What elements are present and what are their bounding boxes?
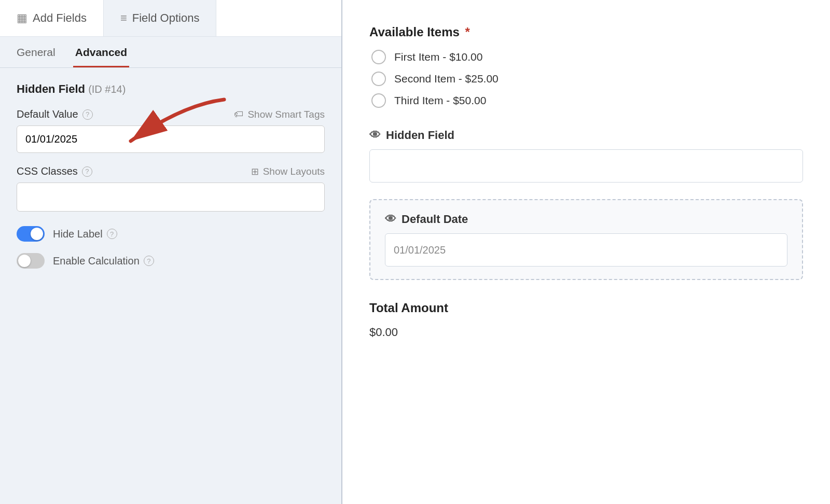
add-fields-icon: ▦: [17, 11, 27, 25]
default-value-container: [17, 125, 325, 165]
default-date-input[interactable]: [385, 233, 787, 267]
add-fields-label: Add Fields: [33, 11, 87, 25]
list-item: First Item - $10.00: [371, 50, 803, 64]
top-tab-bar: ▦ Add Fields ≡ Field Options: [0, 0, 341, 37]
tab-add-fields[interactable]: ▦ Add Fields: [0, 0, 104, 36]
first-item-label: First Item - $10.00: [394, 51, 482, 63]
panel-content: Hidden Field (ID #14) Default Value ? 🏷 …: [0, 68, 341, 504]
sub-tab-advanced[interactable]: Advanced: [73, 37, 129, 67]
default-date-section: 👁 Default Date: [369, 199, 803, 280]
default-date-icon: 👁: [385, 213, 396, 226]
field-options-icon: ≡: [120, 11, 127, 25]
enable-calc-toggle-row: Enable Calculation ?: [17, 253, 325, 269]
total-amount-section: Total Amount $0.00: [369, 301, 803, 339]
left-panel: ▦ Add Fields ≡ Field Options General Adv…: [0, 0, 342, 504]
enable-calc-help-icon[interactable]: ?: [144, 256, 154, 266]
default-value-help-icon[interactable]: ?: [82, 109, 93, 120]
required-star: *: [465, 25, 470, 39]
tab-field-options[interactable]: ≡ Field Options: [104, 0, 216, 36]
field-options-label: Field Options: [132, 11, 200, 25]
total-amount-value: $0.00: [369, 326, 803, 339]
css-classes-input[interactable]: [17, 183, 325, 212]
list-item: Third Item - $50.00: [371, 93, 803, 108]
hide-label-toggle-label: Hide Label ?: [53, 228, 117, 240]
enable-calc-toggle-label: Enable Calculation ?: [53, 255, 154, 267]
sub-tab-bar: General Advanced: [0, 37, 341, 68]
hidden-field-section: 👁 Hidden Field: [369, 129, 803, 183]
enable-calc-toggle[interactable]: [17, 253, 45, 269]
hide-label-toggle[interactable]: [17, 226, 45, 242]
smart-tag-icon: 🏷: [234, 109, 243, 120]
second-item-label: Second Item - $25.00: [394, 73, 499, 85]
available-items-title: Available Items *: [369, 25, 803, 39]
field-id: (ID #14): [88, 83, 126, 95]
default-value-input[interactable]: [17, 125, 325, 153]
css-classes-help-icon[interactable]: ?: [82, 166, 92, 177]
available-items-list: First Item - $10.00 Second Item - $25.00…: [369, 50, 803, 108]
right-panel: Available Items * First Item - $10.00 Se…: [342, 0, 830, 504]
general-label: General: [17, 46, 56, 58]
hidden-field-icon: 👁: [369, 129, 381, 142]
show-layouts-link[interactable]: ⊞ Show Layouts: [251, 166, 325, 177]
list-item: Second Item - $25.00: [371, 72, 803, 86]
toggle-knob-hide-label: [31, 228, 43, 240]
radio-third-item[interactable]: [371, 93, 386, 108]
show-smart-tags-link[interactable]: 🏷 Show Smart Tags: [234, 109, 325, 120]
default-value-row-label: Default Value ? 🏷 Show Smart Tags: [17, 108, 325, 120]
sub-tab-general[interactable]: General: [15, 37, 58, 67]
hide-label-help-icon[interactable]: ?: [107, 229, 117, 239]
radio-second-item[interactable]: [371, 72, 386, 86]
layouts-icon: ⊞: [251, 166, 259, 177]
css-classes-label: CSS Classes ?: [17, 165, 92, 177]
default-value-label: Default Value ?: [17, 108, 93, 120]
field-title: Hidden Field (ID #14): [17, 82, 325, 96]
hidden-field-title: 👁 Hidden Field: [369, 129, 803, 142]
hidden-field-input[interactable]: [369, 149, 803, 183]
css-classes-row-label: CSS Classes ? ⊞ Show Layouts: [17, 165, 325, 177]
advanced-label: Advanced: [75, 46, 127, 58]
total-amount-title: Total Amount: [369, 301, 803, 315]
hide-label-toggle-row: Hide Label ?: [17, 226, 325, 242]
third-item-label: Third Item - $50.00: [394, 94, 486, 107]
toggle-knob-enable-calc: [18, 255, 31, 267]
default-date-title: 👁 Default Date: [385, 213, 787, 226]
radio-first-item[interactable]: [371, 50, 386, 64]
